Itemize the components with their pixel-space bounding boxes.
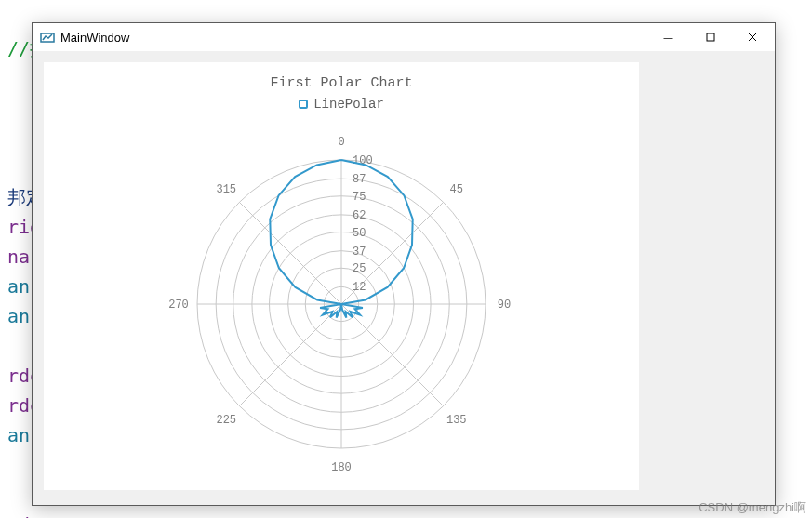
client-area: First Polar Chart LinePolar 045901351802…	[33, 51, 775, 505]
angle-tick-label: 90	[498, 299, 511, 312]
radius-tick-label: 12	[353, 281, 366, 294]
angle-tick-label: 180	[331, 461, 352, 474]
radius-tick-label: 50	[353, 227, 366, 240]
radius-tick-label: 62	[353, 209, 366, 222]
legend-swatch-icon	[299, 100, 308, 109]
angle-tick-label: 45	[450, 183, 463, 196]
titlebar[interactable]: MainWindow —	[33, 23, 775, 51]
radius-tick-label: 100	[353, 154, 373, 167]
angle-tick-label: 270	[168, 299, 189, 312]
watermark-text: CSDN @mengzhi啊	[699, 499, 806, 516]
angle-tick-label: 315	[216, 183, 236, 196]
angle-tick-label: 225	[216, 414, 236, 427]
radius-tick-label: 37	[353, 246, 366, 259]
app-icon	[40, 30, 55, 45]
radius-tick-label: 25	[353, 262, 366, 275]
chart-panel: First Polar Chart LinePolar 045901351802…	[44, 62, 639, 490]
maximize-button[interactable]	[689, 23, 731, 51]
angle-tick-label: 135	[446, 414, 467, 427]
chart-title: First Polar Chart	[44, 62, 639, 91]
legend-label: LinePolar	[313, 97, 384, 112]
radius-tick-label: 87	[353, 173, 366, 186]
main-window: MainWindow — First Polar Chart LinePolar…	[32, 22, 776, 506]
angle-tick-label: 0	[338, 136, 344, 149]
radius-tick-label: 75	[353, 191, 366, 204]
close-button[interactable]	[731, 23, 773, 51]
svg-rect-1	[707, 33, 714, 41]
polar-plot: 0459013518022527031512253750627587100	[44, 127, 639, 481]
chart-legend: LinePolar	[44, 97, 639, 112]
minimize-button[interactable]: —	[647, 23, 689, 51]
window-title: MainWindow	[60, 31, 129, 45]
